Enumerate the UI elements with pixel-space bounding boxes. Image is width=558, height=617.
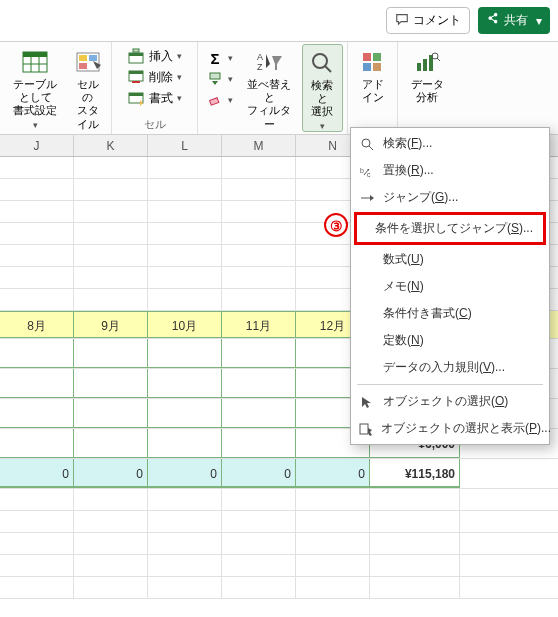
col-header[interactable]: L <box>148 135 222 156</box>
cells-group-label: セル <box>144 117 166 134</box>
menu-separator <box>357 384 543 385</box>
menu-goto-special[interactable]: 条件を選択してジャンプ(S)... <box>354 212 546 245</box>
svg-rect-31 <box>373 63 381 71</box>
data-analysis-icon <box>413 48 441 76</box>
svg-rect-19 <box>210 73 220 79</box>
sort-filter-icon: AZ <box>255 48 283 76</box>
svg-rect-8 <box>79 63 87 69</box>
fill-button[interactable]: ▾ <box>202 69 237 89</box>
menu-goto-label: ジャンプ(G)... <box>383 189 458 206</box>
share-button[interactable]: 共有 ▾ <box>478 7 550 34</box>
menu-selection-pane[interactable]: オブジェクトの選択と表示(P)... <box>351 415 549 442</box>
svg-rect-28 <box>363 53 371 61</box>
svg-text:Z: Z <box>257 62 263 72</box>
chevron-down-icon: ▾ <box>228 74 233 84</box>
menu-selection-pane-label: オブジェクトの選択と表示(P)... <box>381 420 551 437</box>
menu-goto-special-label: 条件を選択してジャンプ(S)... <box>375 220 533 237</box>
menu-validation-label: データの入力規則(V)... <box>383 359 505 376</box>
month-cell[interactable]: 11月 <box>222 311 296 338</box>
format-as-table-button[interactable]: テーブルとして 書式設定 ▾ <box>4 44 66 130</box>
format-label: 書式 <box>149 90 173 107</box>
addins-label: アド イン <box>362 78 384 104</box>
menu-find-label: 検索(F)... <box>383 135 432 152</box>
data-analysis-label: データ 分析 <box>411 78 444 104</box>
col-header[interactable]: M <box>222 135 296 156</box>
menu-conditional-label: 条件付き書式(C) <box>383 305 472 322</box>
grand-total-cell[interactable]: ¥115,180 <box>370 459 460 488</box>
chevron-down-icon: ▾ <box>536 14 542 28</box>
svg-rect-11 <box>129 53 143 56</box>
clear-button[interactable]: ▾ <box>202 90 237 110</box>
svg-text:c: c <box>367 171 371 178</box>
sort-filter-button[interactable]: AZ 並べ替えと フィルター ▾ <box>239 44 300 144</box>
svg-rect-17 <box>129 93 143 96</box>
menu-conditional-formatting[interactable]: 条件付き書式(C) <box>351 300 549 327</box>
insert-label: 挿入 <box>149 48 173 65</box>
addins-button[interactable]: アド イン <box>355 44 391 104</box>
svg-rect-14 <box>129 71 143 74</box>
svg-rect-45 <box>360 424 368 434</box>
find-select-label: 検索と 選択 <box>307 79 339 119</box>
totals-row: 0 0 0 0 0 ¥115,180 <box>0 459 558 489</box>
svg-rect-30 <box>363 63 371 71</box>
svg-line-36 <box>437 58 440 61</box>
chevron-down-icon: ▾ <box>177 72 182 82</box>
menu-select-objects-label: オブジェクトの選択(O) <box>383 393 508 410</box>
svg-rect-6 <box>79 55 87 61</box>
menu-data-validation[interactable]: データの入力規則(V)... <box>351 354 549 381</box>
menu-find[interactable]: 検索(F)... <box>351 130 549 157</box>
chevron-down-icon: ▾ <box>320 121 325 132</box>
svg-point-37 <box>362 139 370 147</box>
svg-rect-33 <box>423 59 427 71</box>
menu-select-objects[interactable]: オブジェクトの選択(O) <box>351 388 549 415</box>
total-cell[interactable]: 0 <box>148 459 222 488</box>
autosum-button[interactable]: Σ ▾ <box>202 48 237 68</box>
find-select-menu: 検索(F)... bc 置換(R)... ジャンプ(G)... 条件を選択してジ… <box>350 127 550 445</box>
menu-formulas-label: 数式(U) <box>383 251 424 268</box>
annotation-marker-3: ③ <box>324 213 348 237</box>
svg-rect-32 <box>417 63 421 71</box>
comments-button[interactable]: コメント <box>386 7 470 34</box>
svg-line-38 <box>369 146 373 150</box>
sort-filter-label: 並べ替えと フィルター <box>243 78 296 131</box>
total-cell[interactable]: 0 <box>296 459 370 488</box>
insert-icon <box>127 47 145 65</box>
data-analysis-button[interactable]: データ 分析 <box>407 44 448 104</box>
chevron-down-icon: ▾ <box>228 53 233 63</box>
svg-rect-7 <box>89 55 97 61</box>
month-cell[interactable]: 10月 <box>148 311 222 338</box>
menu-replace-label: 置換(R)... <box>383 162 434 179</box>
menu-goto[interactable]: ジャンプ(G)... <box>351 184 549 211</box>
total-cell[interactable]: 0 <box>222 459 296 488</box>
svg-rect-29 <box>373 53 381 61</box>
menu-constants[interactable]: 定数(N) <box>351 327 549 354</box>
col-header[interactable]: J <box>0 135 74 156</box>
svg-marker-46 <box>368 428 372 436</box>
delete-button[interactable]: 削除 ▾ <box>123 67 186 87</box>
total-cell[interactable]: 0 <box>0 459 74 488</box>
arrow-right-icon <box>359 190 375 206</box>
menu-constants-label: 定数(N) <box>383 332 424 349</box>
cell-styles-button[interactable]: セルの スタイル ▾ <box>68 44 107 144</box>
find-select-button[interactable]: 検索と 選択 ▾ <box>302 44 344 132</box>
menu-replace[interactable]: bc 置換(R)... <box>351 157 549 184</box>
sigma-icon: Σ <box>206 49 224 67</box>
month-cell[interactable]: 8月 <box>0 311 74 338</box>
col-header[interactable]: K <box>74 135 148 156</box>
svg-text:b: b <box>360 167 364 174</box>
menu-notes-label: メモ(N) <box>383 278 424 295</box>
comment-icon <box>395 12 409 29</box>
menu-formulas[interactable]: 数式(U) <box>351 246 549 273</box>
svg-marker-43 <box>370 195 374 201</box>
month-cell[interactable]: 9月 <box>74 311 148 338</box>
total-cell[interactable]: 0 <box>74 459 148 488</box>
chevron-down-icon: ▾ <box>228 95 233 105</box>
share-icon <box>486 12 500 29</box>
insert-button[interactable]: 挿入 ▾ <box>123 46 186 66</box>
menu-notes[interactable]: メモ(N) <box>351 273 549 300</box>
svg-rect-21 <box>210 98 219 105</box>
svg-marker-44 <box>362 397 371 408</box>
magnifier-icon <box>308 49 336 77</box>
magnifier-icon <box>359 136 375 152</box>
format-button[interactable]: 書式 ▾ <box>123 88 186 108</box>
